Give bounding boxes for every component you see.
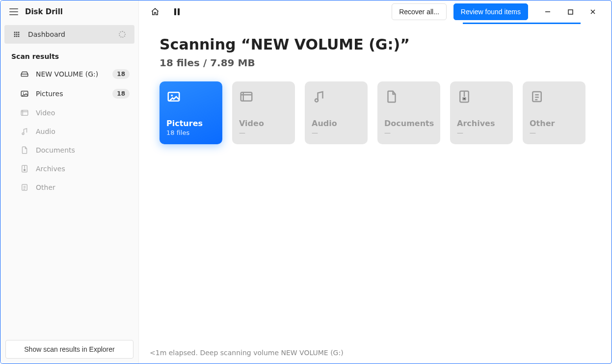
- pause-button[interactable]: [169, 4, 184, 19]
- topbar: Recover all... Review found items: [139, 0, 612, 23]
- card-audio[interactable]: Audio—: [305, 81, 368, 144]
- status-bar: <1m elapsed. Deep scanning volume NEW VO…: [139, 342, 612, 364]
- card-name: Audio: [312, 119, 361, 128]
- sidebar-item-badge: 18: [112, 89, 130, 99]
- maximize-icon: [568, 9, 573, 15]
- sidebar-item-label: Other: [36, 183, 55, 191]
- grid-icon: [12, 30, 21, 39]
- status-text: <1m elapsed. Deep scanning volume NEW VO…: [150, 349, 344, 357]
- sidebar-item-video[interactable]: Video: [0, 104, 138, 122]
- sidebar-item-new-volume-g[interactable]: NEW VOLUME (G:)18: [0, 64, 138, 84]
- sidebar-item-label: Audio: [36, 128, 55, 135]
- show-in-explorer-button[interactable]: Show scan results in Explorer: [5, 340, 133, 359]
- content: Scanning “NEW VOLUME (G:)” 18 files / 7.…: [139, 23, 612, 342]
- card-name: Video: [239, 119, 288, 128]
- sidebar-item-pictures[interactable]: Pictures18: [0, 84, 138, 104]
- app-title: Disk Drill: [25, 7, 63, 16]
- sidebar-section-label: Scan results: [0, 46, 138, 64]
- sidebar-item-dashboard[interactable]: Dashboard: [4, 25, 134, 44]
- recover-all-button[interactable]: Recover all...: [392, 3, 447, 20]
- sidebar-header: Disk Drill: [0, 0, 138, 23]
- documents-icon: [20, 146, 29, 155]
- sidebar-item-label: Video: [36, 109, 55, 117]
- app-window: Disk Drill Dashboard Scan results NEW VO…: [0, 0, 612, 364]
- category-cards: Pictures18 filesVideo—Audio—Documents—Ar…: [160, 81, 591, 144]
- sidebar-item-label: Archives: [36, 165, 65, 173]
- sidebar-item-label: Pictures: [36, 90, 63, 98]
- scan-subtitle: 18 files / 7.89 MB: [160, 57, 591, 69]
- sidebar: Disk Drill Dashboard Scan results NEW VO…: [0, 0, 139, 364]
- video-icon: [20, 108, 29, 117]
- card-pictures[interactable]: Pictures18 files: [160, 81, 222, 144]
- window-controls: [538, 4, 603, 19]
- card-name: Other: [530, 119, 579, 128]
- pause-icon: [174, 8, 180, 15]
- minimize-button[interactable]: [538, 4, 558, 19]
- sidebar-item-archives[interactable]: Archives: [0, 159, 138, 178]
- video-icon: [239, 89, 254, 104]
- card-count: —: [457, 129, 506, 136]
- sidebar-item-documents[interactable]: Documents: [0, 141, 138, 159]
- archives-icon: [457, 89, 472, 104]
- card-archives[interactable]: Archives—: [450, 81, 513, 144]
- card-documents[interactable]: Documents—: [377, 81, 440, 144]
- pictures-icon: [166, 89, 181, 104]
- other-icon: [530, 89, 544, 104]
- card-name: Documents: [384, 119, 433, 128]
- dashboard-label: Dashboard: [28, 30, 65, 38]
- home-icon: [151, 7, 160, 16]
- documents-icon: [384, 89, 399, 104]
- archives-icon: [20, 164, 29, 173]
- card-name: Pictures: [166, 119, 215, 128]
- sidebar-item-badge: 18: [112, 69, 130, 79]
- scan-progress-bar: [463, 23, 581, 24]
- main-panel: Recover all... Review found items Scanni…: [139, 0, 612, 364]
- audio-icon: [20, 127, 29, 136]
- close-icon: [590, 9, 596, 15]
- drive-icon: [20, 70, 29, 78]
- menu-icon[interactable]: [9, 8, 18, 15]
- maximize-button[interactable]: [560, 4, 580, 19]
- card-count: —: [530, 129, 579, 136]
- card-name: Archives: [457, 119, 506, 128]
- card-count: —: [384, 129, 433, 136]
- card-video[interactable]: Video—: [232, 81, 295, 144]
- review-found-items-button[interactable]: Review found items: [453, 3, 528, 20]
- sidebar-item-audio[interactable]: Audio: [0, 122, 138, 141]
- sidebar-item-label: NEW VOLUME (G:): [36, 70, 98, 78]
- card-count: —: [239, 129, 288, 136]
- audio-icon: [312, 89, 326, 104]
- sidebar-item-label: Documents: [36, 146, 75, 154]
- home-button[interactable]: [148, 4, 162, 19]
- pictures-icon: [20, 89, 29, 98]
- card-count: —: [312, 129, 361, 136]
- loading-spinner-icon: [119, 31, 126, 38]
- card-count: 18 files: [166, 129, 215, 136]
- sidebar-item-other[interactable]: Other: [0, 178, 138, 197]
- minimize-icon: [545, 9, 551, 15]
- svg-rect-6: [568, 10, 573, 14]
- close-button[interactable]: [583, 4, 603, 19]
- scan-title: Scanning “NEW VOLUME (G:)”: [160, 36, 591, 53]
- other-icon: [20, 183, 29, 192]
- card-other[interactable]: Other—: [523, 81, 585, 144]
